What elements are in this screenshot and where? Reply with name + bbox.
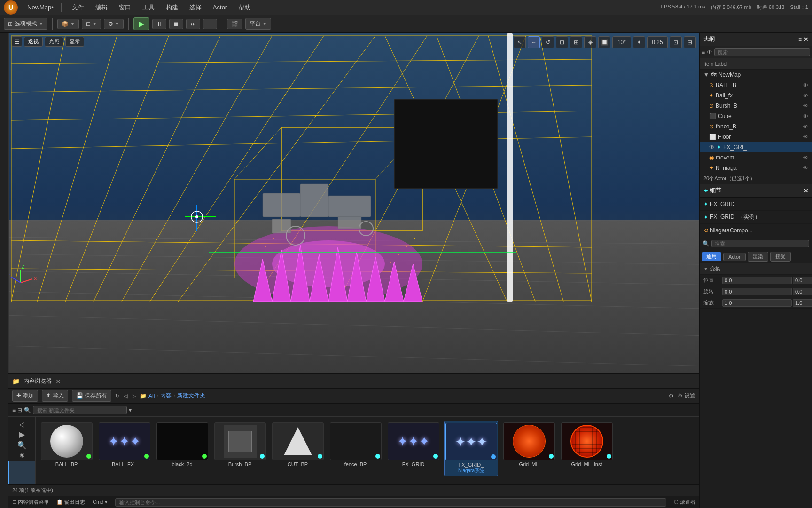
viewport-perspective-btn[interactable]: 透视 [24,37,43,47]
menu-tools[interactable]: 工具 [140,2,157,13]
menu-help[interactable]: 帮助 [235,2,253,13]
cb-save-btn[interactable]: 💾 保存所有 [72,390,111,402]
details-search-input[interactable] [711,240,809,247]
output-log-btn[interactable]: 📋 输出日志 [56,499,85,506]
details-close-icon[interactable]: ✕ [804,188,808,194]
outliner-item-ball-b[interactable]: ⊙ BALL_B 👁 [700,80,812,90]
cinematics-btn[interactable]: 🎬 [227,19,242,29]
cmd-dropdown[interactable]: Cmd ▾ [93,499,108,505]
menu-build[interactable]: 构建 [163,2,181,13]
asset-ball-bp[interactable]: BALL_BP [39,421,94,476]
outliner-filter-btn[interactable]: ≡ [702,49,705,56]
cb-tab[interactable]: 内容浏览器 [23,377,52,385]
position-y[interactable] [793,277,812,284]
asset-grid-ml-inst[interactable]: Grid_ML_Inst [560,421,614,476]
details-filter-receive[interactable]: 接受 [770,252,791,262]
camera-speed-btn[interactable]: ◈ [584,36,596,48]
outliner-close-icon[interactable]: ✕ [804,36,808,43]
asset-grid-ml[interactable]: Grid_ML [502,421,556,476]
cb-list-icon[interactable]: ⊟ [17,407,22,413]
outliner-search[interactable] [714,48,810,56]
cb-nav-folder[interactable]: ▶ [19,430,25,439]
movem-eye[interactable]: 👁 [803,155,808,160]
outliner-item-niaga[interactable]: ✦ N_niaga 👁 [700,163,812,173]
cb-close-btn[interactable]: ✕ [55,378,61,385]
content-drawer-btn[interactable]: ⊟ 内容侧滑菜单 [12,499,49,506]
cb-import-btn[interactable]: ⬆ 导入 [42,390,68,402]
cb-path-folder[interactable]: 新建文件夹 [177,392,205,400]
transform-btn[interactable]: ⊟ ▼ [82,19,101,29]
dispatcher-btn[interactable]: ⬡ 派遣者 [674,499,695,506]
outliner-item-bursh-b[interactable]: ⊙ Bursh_B 👁 [700,101,812,111]
floor-eye[interactable]: 👁 [803,134,808,140]
cb-history-icon[interactable]: ◁ [124,393,128,399]
outliner-item-ball-fx[interactable]: ✦ Ball_fx 👁 [700,90,812,101]
outliner-item-fx-grid[interactable]: 👁 ✦ FX_GRI_ [700,142,812,152]
viewport-menu-btn[interactable]: ☰ [12,36,22,47]
cb-tree-item[interactable] [8,461,35,484]
mode-selector[interactable]: ⊞ 选项模式 ▼ [4,18,47,30]
viewport-show-btn[interactable]: 显示 [65,37,84,47]
details-filter-render[interactable]: 渲染 [748,252,768,262]
asset-fx-grid-selected[interactable]: ✦✦✦ FX_GRID_ Niagara系统 [444,421,498,476]
cube-eye[interactable]: 👁 [803,113,808,119]
cb-nav-icon[interactable]: ◉ [20,452,24,458]
cb-search-icon[interactable]: 🔍 [24,407,31,413]
ball-b-eye[interactable]: 👁 [803,82,808,88]
surface-snapping-btn[interactable]: ⊞ [570,36,582,48]
menu-select[interactable]: 选择 [187,2,204,13]
bursh-b-eye[interactable]: 👁 [803,103,808,109]
outliner-eye-icon[interactable]: 👁 [707,49,712,56]
outliner-root-item[interactable]: ▼ 🗺 NewMap [700,70,812,80]
cmd-input[interactable] [115,498,666,507]
asset-fence-bp[interactable]: fence_BP [328,421,383,476]
outliner-item-cube[interactable]: ⬛ Cube 👁 [700,111,812,121]
asset-ball-fx[interactable]: ✦✦✦ BALL_FX_ [97,421,151,476]
cb-forward-icon[interactable]: ▷ [132,393,136,399]
outliner-item-movem[interactable]: ◉ movem... 👁 [700,152,812,163]
vp-extra2[interactable]: ⊟ [684,36,696,48]
cb-add-btn[interactable]: ✚ 添加 [12,390,38,402]
settings-btn[interactable]: ⚙ ▼ [104,19,124,29]
lock-btn[interactable]: 🔲 [598,36,610,48]
outliner-filter-icon[interactable]: ≡ [798,36,802,43]
scale-x[interactable] [722,299,792,307]
skip-button[interactable]: ⏭ [186,19,200,29]
cb-search-input[interactable] [33,406,127,414]
position-x[interactable] [722,277,792,284]
select-tool-btn[interactable]: ↖ [514,36,526,48]
asset-fx-grid[interactable]: ✦✦✦ FX_GRID [386,421,440,476]
vp-extra1[interactable]: ⊡ [670,36,682,48]
scale-tool-btn[interactable]: ⊡ [556,36,568,48]
app-logo[interactable]: U [4,0,18,15]
cb-settings-icon[interactable]: ⚙ [669,393,674,399]
rotation-x[interactable] [722,288,792,295]
ball-fx-eye[interactable]: 👁 [803,93,808,98]
pause-button[interactable]: ⏸ [152,19,166,29]
rotation-y[interactable] [793,288,812,295]
niaga-eye[interactable]: 👁 [803,165,808,171]
snap-value[interactable]: 0.25 [647,36,668,48]
cb-nav-prev[interactable]: ◁ [19,421,24,428]
details-transform-section[interactable]: ▼ 变换 [700,263,812,275]
menu-edit[interactable]: 编辑 [93,2,110,13]
cb-path-content[interactable]: 内容 [160,392,172,400]
cb-settings-label[interactable]: ⚙ 设置 [678,392,695,400]
scale-y[interactable] [793,299,812,307]
brightness-btn[interactable]: ✦ [633,36,645,48]
add-content-btn[interactable]: 📦 ▼ [57,19,79,29]
menu-actor[interactable]: Actor [210,3,230,12]
stop-button[interactable]: ⏹ [169,19,183,29]
viewport[interactable]: X Z Y ☰ 透视 光照 显示 ↖ ↔ ↺ ⊡ ⊞ ◈ [8,33,699,373]
outliner-item-fence-b[interactable]: ⊙ fence_B 👁 [700,121,812,132]
cb-path-root[interactable]: All [148,393,155,399]
cb-search-btn[interactable]: 🔍 [17,441,27,450]
menu-file[interactable]: 文件 [69,2,87,13]
details-niagara[interactable]: ⟲ NiagaraCompo... [700,224,812,237]
play-button[interactable]: ▶ [133,17,149,30]
asset-cut-bp[interactable]: CUT_BP [271,421,325,476]
cb-search-dropdown[interactable]: ▾ [129,407,132,413]
rotate-tool-btn[interactable]: ↺ [542,36,554,48]
fx-grid-eye-toggle[interactable]: 👁 [709,144,715,151]
fence-b-eye[interactable]: 👁 [803,124,808,129]
